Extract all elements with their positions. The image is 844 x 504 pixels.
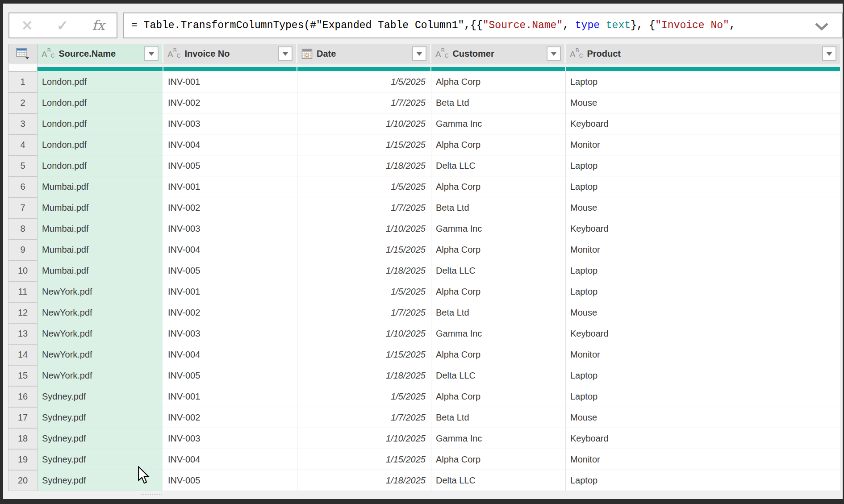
row-number-cell[interactable]: 15	[8, 365, 38, 386]
cell-customer[interactable]: Alpha Corp	[431, 134, 566, 155]
cell-invoice-no[interactable]: INV-004	[163, 344, 297, 365]
column-header[interactable]: ABC Source.Name	[38, 44, 163, 63]
cell-source-name[interactable]: NewYork.pdf	[38, 323, 163, 344]
row-number-cell[interactable]: 1	[8, 71, 38, 92]
column-filter-button[interactable]	[278, 46, 292, 61]
cell-invoice-no[interactable]: INV-005	[163, 470, 297, 491]
cell-product[interactable]: Mouse	[566, 302, 840, 323]
row-number-cell[interactable]: 9	[8, 239, 38, 260]
cell-date[interactable]: 1/10/2025	[297, 113, 431, 134]
cell-product[interactable]: Keyboard	[566, 218, 840, 239]
row-number-cell[interactable]: 14	[8, 344, 38, 365]
cell-customer[interactable]: Delta LLC	[431, 365, 566, 386]
cell-date[interactable]: 1/10/2025	[297, 218, 431, 239]
cell-date[interactable]: 1/5/2025	[297, 71, 431, 92]
cell-product[interactable]: Laptop	[566, 281, 840, 302]
cell-date[interactable]: 1/7/2025	[297, 407, 431, 428]
cell-source-name[interactable]: Mumbai.pdf	[38, 239, 163, 260]
cell-product[interactable]: Laptop	[566, 386, 840, 407]
cell-customer[interactable]: Beta Ltd	[431, 92, 566, 113]
row-number-cell[interactable]: 4	[8, 134, 38, 155]
cell-source-name[interactable]: London.pdf	[38, 134, 163, 155]
cell-product[interactable]: Mouse	[566, 197, 840, 218]
cell-date[interactable]: 1/10/2025	[297, 428, 431, 449]
row-number-cell[interactable]: 19	[8, 449, 38, 470]
formula-accept-icon[interactable]: ✓	[57, 19, 68, 33]
cell-customer[interactable]: Alpha Corp	[431, 344, 566, 365]
cell-customer[interactable]: Gamma Inc	[431, 323, 566, 344]
row-number-cell[interactable]: 6	[8, 176, 38, 197]
cell-product[interactable]: Monitor	[566, 344, 840, 365]
cell-date[interactable]: 1/18/2025	[297, 260, 431, 281]
cell-source-name[interactable]: NewYork.pdf	[38, 302, 163, 323]
cell-customer[interactable]: Delta LLC	[431, 260, 566, 281]
row-number-cell[interactable]: 3	[8, 113, 38, 134]
cell-invoice-no[interactable]: INV-004	[163, 239, 297, 260]
cell-product[interactable]: Monitor	[566, 134, 840, 155]
cell-customer[interactable]: Beta Ltd	[431, 197, 566, 218]
cell-customer[interactable]: Alpha Corp	[431, 449, 566, 470]
cell-source-name[interactable]: Sydney.pdf	[38, 386, 163, 407]
cell-invoice-no[interactable]: INV-002	[163, 92, 297, 113]
cell-source-name[interactable]: Mumbai.pdf	[38, 176, 163, 197]
formula-expand-chevron-icon[interactable]	[813, 22, 830, 32]
cell-date[interactable]: 1/18/2025	[297, 365, 431, 386]
cell-date[interactable]: 1/7/2025	[297, 92, 431, 113]
cell-invoice-no[interactable]: INV-004	[163, 134, 297, 155]
cell-invoice-no[interactable]: INV-002	[163, 197, 297, 218]
column-header[interactable]: ABC Invoice No	[163, 44, 297, 63]
cell-source-name[interactable]: Sydney.pdf	[38, 407, 163, 428]
cell-product[interactable]: Mouse	[566, 407, 840, 428]
cell-source-name[interactable]: London.pdf	[38, 71, 163, 92]
cell-source-name[interactable]: Mumbai.pdf	[38, 197, 163, 218]
cell-invoice-no[interactable]: INV-005	[163, 365, 297, 386]
cell-source-name[interactable]: London.pdf	[38, 92, 163, 113]
cell-source-name[interactable]: Mumbai.pdf	[38, 260, 163, 281]
cell-invoice-no[interactable]: INV-001	[163, 176, 297, 197]
cell-customer[interactable]: Alpha Corp	[431, 281, 566, 302]
cell-date[interactable]: 1/15/2025	[297, 449, 431, 470]
cell-customer[interactable]: Alpha Corp	[431, 71, 566, 92]
cell-source-name[interactable]: London.pdf	[38, 155, 163, 176]
cell-product[interactable]: Laptop	[566, 176, 840, 197]
column-filter-button[interactable]	[144, 46, 159, 61]
cell-product[interactable]: Laptop	[566, 155, 840, 176]
cell-invoice-no[interactable]: INV-001	[163, 386, 297, 407]
cell-source-name[interactable]: London.pdf	[38, 113, 163, 134]
row-number-cell[interactable]: 7	[8, 197, 38, 218]
cell-customer[interactable]: Alpha Corp	[431, 239, 566, 260]
cell-date[interactable]: 1/7/2025	[297, 197, 431, 218]
cell-invoice-no[interactable]: INV-001	[163, 71, 297, 92]
column-filter-button[interactable]	[822, 46, 836, 61]
cell-product[interactable]: Mouse	[566, 92, 840, 113]
cell-date[interactable]: 1/5/2025	[297, 386, 431, 407]
cell-source-name[interactable]: NewYork.pdf	[38, 344, 163, 365]
row-number-cell[interactable]: 2	[8, 92, 38, 113]
column-header[interactable]: ABC Customer	[431, 44, 566, 63]
cell-customer[interactable]: Delta LLC	[431, 470, 566, 491]
row-number-cell[interactable]: 12	[8, 302, 38, 323]
cell-source-name[interactable]: NewYork.pdf	[38, 281, 163, 302]
cell-invoice-no[interactable]: INV-001	[163, 281, 297, 302]
cell-date[interactable]: 1/5/2025	[297, 176, 431, 197]
select-all-corner-button[interactable]	[8, 44, 38, 63]
row-number-cell[interactable]: 10	[8, 260, 38, 281]
cell-product[interactable]: Monitor	[566, 449, 840, 470]
cell-source-name[interactable]: Sydney.pdf	[38, 428, 163, 449]
cell-customer[interactable]: Beta Ltd	[431, 407, 566, 428]
cell-customer[interactable]: Gamma Inc	[431, 113, 566, 134]
column-header[interactable]: ABC Product	[566, 44, 840, 63]
cell-date[interactable]: 1/15/2025	[297, 239, 431, 260]
formula-input[interactable]: = Table.TransformColumnTypes(#"Expanded …	[123, 12, 843, 38]
cell-source-name[interactable]: Mumbai.pdf	[38, 218, 163, 239]
cell-invoice-no[interactable]: INV-003	[163, 428, 297, 449]
cell-date[interactable]: 1/5/2025	[297, 281, 431, 302]
cell-source-name[interactable]: NewYork.pdf	[38, 365, 163, 386]
cell-date[interactable]: 1/10/2025	[297, 323, 431, 344]
column-filter-button[interactable]	[412, 46, 426, 61]
row-number-cell[interactable]: 16	[8, 386, 38, 407]
cell-invoice-no[interactable]: INV-002	[163, 302, 297, 323]
cell-product[interactable]: Keyboard	[566, 428, 840, 449]
column-filter-button[interactable]	[547, 46, 561, 61]
cell-product[interactable]: Keyboard	[566, 113, 840, 134]
